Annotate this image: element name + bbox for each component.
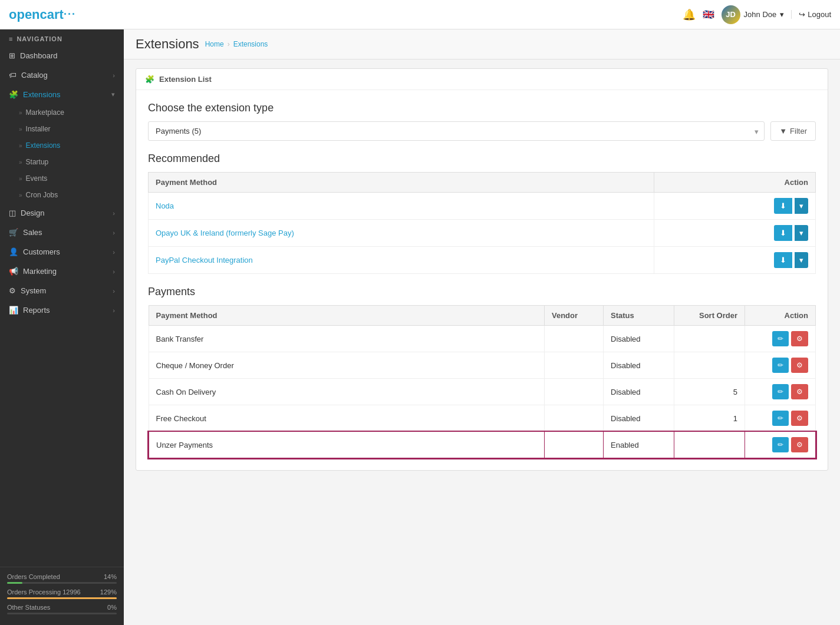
sidebar-item-dashboard[interactable]: ⊞ Dashboard — [0, 46, 124, 65]
payment-name-0: Bank Transfer — [149, 326, 545, 352]
breadcrumb-home[interactable]: Home — [205, 40, 224, 48]
delete-button-3[interactable]: ⚙ — [791, 411, 808, 426]
sidebar-item-design[interactable]: ◫ Design › — [0, 203, 124, 223]
sidebar-item-marketing[interactable]: 📢 Marketing › — [0, 262, 124, 281]
top-header: opencart ··· 🔔 🇬🇧 JD John Doe ▾ ↪ Logout — [0, 0, 840, 29]
sidebar-item-catalog[interactable]: 🏷 Catalog › — [0, 65, 124, 85]
sub-label-extensions: Extensions — [26, 141, 61, 150]
sidebar-label-catalog: Catalog — [21, 71, 48, 80]
design-chevron: › — [113, 210, 115, 217]
sidebar-stats: Orders Completed 14% Orders Processing 1… — [0, 567, 124, 625]
logo-dots: ··· — [64, 8, 76, 21]
install-dropdown-0[interactable]: ▾ — [795, 198, 808, 214]
recommended-title: Recommended — [148, 153, 816, 165]
bell-icon[interactable]: 🔔 — [683, 8, 696, 21]
edit-button-1[interactable]: ✏ — [772, 358, 789, 373]
sales-chevron: › — [113, 229, 115, 236]
logout-label: Logout — [808, 10, 831, 19]
sidebar: ≡ NAVIGATION ⊞ Dashboard 🏷 Catalog › 🧩 E… — [0, 29, 124, 625]
sub-chevron-cron-jobs: » — [19, 192, 22, 199]
table-row: PayPal Checkout Integration ⬇ ▾ — [149, 247, 816, 274]
card-header-label: Extension List — [159, 75, 212, 84]
sub-chevron-startup: » — [19, 159, 22, 166]
delete-button-1[interactable]: ⚙ — [791, 358, 808, 373]
edit-button-0[interactable]: ✏ — [772, 331, 789, 346]
sidebar-label-marketing: Marketing — [23, 267, 57, 276]
logout-button[interactable]: ↪ Logout — [791, 10, 831, 19]
delete-button-4[interactable]: ⚙ — [791, 437, 808, 452]
recommended-item-1[interactable]: Opayo UK & Ireland (formerly Sage Pay) — [156, 229, 294, 237]
payment-vendor-3 — [545, 405, 604, 432]
action-group-2: ⬇ ▾ — [661, 252, 808, 268]
stat-label-other: Other Statuses — [7, 604, 50, 611]
action-group-1: ⬇ ▾ — [661, 225, 808, 241]
payments-col-vendor: Vendor — [545, 306, 604, 326]
flag-icon[interactable]: 🇬🇧 — [703, 9, 714, 20]
breadcrumb-separator: › — [228, 40, 230, 48]
table-row-highlighted: Unzer Payments Enabled ✏ ⚙ — [149, 432, 816, 458]
sidebar-item-extensions[interactable]: 🧩 Extensions ▾ — [0, 85, 124, 104]
main-layout: ≡ NAVIGATION ⊞ Dashboard 🏷 Catalog › 🧩 E… — [0, 29, 840, 625]
stat-orders-processing: Orders Processing 12996 129% — [7, 588, 117, 599]
sidebar-label-extensions: Extensions — [23, 90, 61, 99]
sidebar-item-customers[interactable]: 👤 Customers › — [0, 242, 124, 262]
breadcrumb-current: Extensions — [233, 40, 268, 48]
sub-chevron-installer: » — [19, 126, 22, 133]
stat-label-completed: Orders Completed — [7, 573, 60, 580]
filter-label: Filter — [790, 127, 807, 135]
payments-col-status: Status — [604, 306, 674, 326]
sidebar-label-reports: Reports — [23, 306, 50, 315]
sidebar-item-sales[interactable]: 🛒 Sales › — [0, 223, 124, 242]
install-dropdown-2[interactable]: ▾ — [795, 252, 808, 268]
recommended-col-action: Action — [654, 173, 815, 193]
system-icon: ⚙ — [9, 286, 16, 295]
user-name: John Doe — [744, 10, 777, 19]
payment-name-3: Free Checkout — [149, 405, 545, 432]
sub-label-startup: Startup — [26, 158, 49, 166]
extensions-chevron: ▾ — [111, 91, 115, 98]
filter-button[interactable]: ▼ Filter — [770, 121, 816, 141]
marketing-icon: 📢 — [9, 267, 18, 276]
sidebar-sub-cron-jobs[interactable]: » Cron Jobs — [0, 187, 124, 203]
recommended-item-2[interactable]: PayPal Checkout Integration — [156, 256, 253, 264]
page-title: Extensions — [136, 37, 199, 52]
install-button-0[interactable]: ⬇ — [774, 198, 792, 214]
install-button-1[interactable]: ⬇ — [774, 225, 792, 241]
delete-button-2[interactable]: ⚙ — [791, 384, 808, 399]
extension-type-select[interactable]: Payments (5) — [148, 121, 765, 141]
table-row: Noda ⬇ ▾ — [149, 193, 816, 220]
sidebar-item-system[interactable]: ⚙ System › — [0, 281, 124, 300]
payment-actions-1: ✏ ⚙ — [752, 358, 808, 373]
sidebar-sub-installer[interactable]: » Installer — [0, 121, 124, 137]
sidebar-sub-marketplace[interactable]: » Marketplace — [0, 104, 124, 121]
breadcrumb: Home › Extensions — [205, 40, 268, 48]
extension-list-card: 🧩 Extension List Choose the extension ty… — [136, 68, 828, 471]
edit-button-4[interactable]: ✏ — [772, 437, 789, 452]
filter-row: Payments (5) ▾ ▼ Filter — [148, 121, 816, 141]
install-dropdown-1[interactable]: ▾ — [795, 225, 808, 241]
recommended-item-0[interactable]: Noda — [156, 201, 174, 210]
install-button-2[interactable]: ⬇ — [774, 252, 792, 268]
delete-button-0[interactable]: ⚙ — [791, 331, 808, 346]
sub-label-installer: Installer — [26, 125, 51, 133]
header-right: 🔔 🇬🇧 JD John Doe ▾ ↪ Logout — [683, 5, 831, 24]
card-header: 🧩 Extension List — [136, 69, 828, 90]
edit-button-2[interactable]: ✏ — [772, 384, 789, 399]
user-dropdown-icon: ▾ — [780, 10, 784, 19]
user-info[interactable]: JD John Doe ▾ — [722, 5, 785, 24]
payment-name-2: Cash On Delivery — [149, 379, 545, 405]
edit-button-3[interactable]: ✏ — [772, 411, 789, 426]
filter-icon: ▼ — [779, 127, 787, 135]
payment-sort-2: 5 — [674, 379, 745, 405]
recommended-col-payment-method: Payment Method — [149, 173, 654, 193]
sidebar-sub-events[interactable]: » Events — [0, 170, 124, 187]
table-row: Opayo UK & Ireland (formerly Sage Pay) ⬇… — [149, 220, 816, 247]
payment-name-4: Unzer Payments — [149, 432, 545, 458]
payments-col-action: Action — [745, 306, 816, 326]
sidebar-sub-startup[interactable]: » Startup — [0, 154, 124, 170]
payment-status-4: Enabled — [604, 432, 674, 458]
logo-text: opencart ··· — [9, 7, 76, 22]
sidebar-sub-extensions[interactable]: » Extensions — [0, 137, 124, 154]
sidebar-item-reports[interactable]: 📊 Reports › — [0, 300, 124, 320]
content-header: Extensions Home › Extensions — [124, 29, 840, 59]
